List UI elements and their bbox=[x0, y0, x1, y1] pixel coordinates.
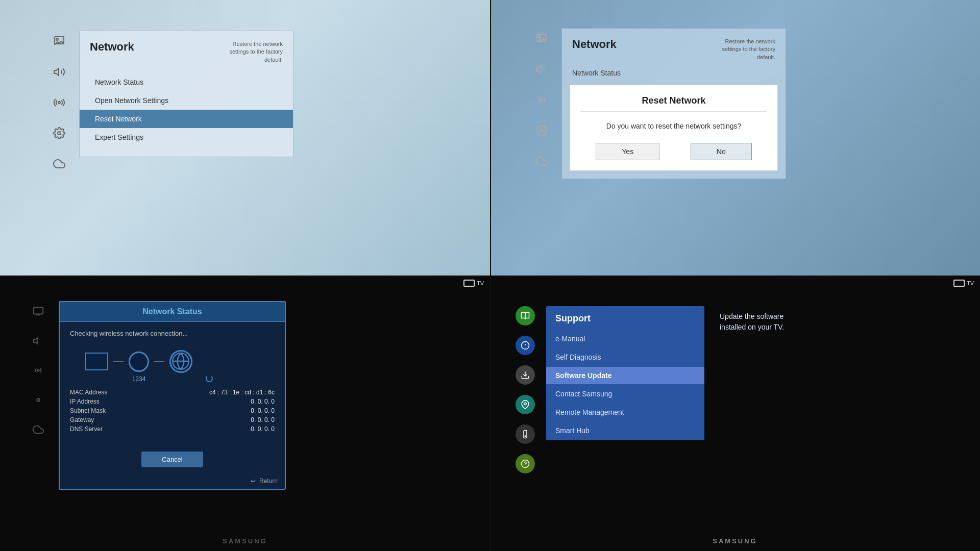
dns-value: 0. 0. 0. 0 bbox=[251, 425, 275, 433]
svg-point-9 bbox=[37, 369, 39, 371]
cancel-button[interactable]: Cancel bbox=[141, 452, 203, 467]
support-title: Support bbox=[546, 306, 704, 329]
support-item-remote[interactable]: Remote Management bbox=[546, 404, 704, 421]
support-item-selfdiag[interactable]: Self Diagnosis bbox=[546, 348, 704, 366]
svg-point-10 bbox=[37, 398, 40, 402]
support-item-emanual[interactable]: e-Manual bbox=[546, 330, 704, 347]
sidebar-br bbox=[516, 306, 535, 473]
dialog-title: Reset Network bbox=[580, 95, 767, 112]
dialog-buttons: Yes No bbox=[580, 143, 767, 160]
sidebar-icon-cloud[interactable] bbox=[51, 156, 67, 172]
br-icon-remote[interactable] bbox=[516, 424, 535, 444]
network-box bbox=[85, 353, 108, 370]
network-visual bbox=[85, 350, 192, 373]
br-icon-smarthub[interactable] bbox=[516, 454, 535, 473]
menu-item-expert-settings[interactable]: Expert Settings bbox=[80, 128, 293, 146]
br-icon-emanual[interactable] bbox=[516, 306, 535, 325]
sidebar-icon-settings-tr[interactable] bbox=[533, 122, 550, 139]
sidebar-icon-sound-tr[interactable] bbox=[533, 61, 550, 78]
samsung-logo-br: SAMSUNG bbox=[713, 537, 757, 545]
checking-text: Checking wireless network connection... bbox=[70, 330, 275, 337]
dns-label: DNS Server bbox=[70, 425, 126, 433]
tv-icon-br bbox=[953, 280, 965, 287]
tv-label-bl: TV bbox=[477, 280, 484, 286]
subnet-label: Subnet Mask bbox=[70, 407, 126, 414]
bl-icon-1 bbox=[31, 304, 46, 319]
sidebar-bl bbox=[31, 304, 46, 437]
mac-value: c4 : 73 : 1e : cd : d1 : 6c bbox=[209, 389, 275, 396]
dialog-no-button[interactable]: No bbox=[691, 143, 752, 160]
network-panel-tr: Network Restore the network settings to … bbox=[561, 28, 786, 179]
svg-point-1 bbox=[56, 38, 58, 40]
bl-icon-4 bbox=[31, 392, 46, 408]
dialog-message: Do you want to reset the network setting… bbox=[580, 122, 767, 130]
sidebar-tl bbox=[51, 33, 67, 172]
sidebar-icon-picture[interactable] bbox=[51, 33, 67, 49]
mac-label: MAC Address bbox=[70, 389, 126, 396]
ip-label: IP Address bbox=[70, 398, 126, 405]
network-circle bbox=[129, 352, 149, 372]
tv-icon-bl bbox=[463, 280, 475, 287]
network-info-table: MAC Address c4 : 73 : 1e : cd : d1 : 6c … bbox=[70, 388, 275, 434]
return-arrow: ↩ bbox=[251, 478, 256, 485]
network-desc-tr: Restore the network settings to the fact… bbox=[714, 38, 775, 61]
network-status-label-tr: Network Status bbox=[562, 66, 786, 80]
br-icon-contact[interactable] bbox=[516, 395, 535, 414]
tv-label-br: TV bbox=[967, 280, 974, 286]
menu-item-network-status[interactable]: Network Status bbox=[80, 73, 293, 91]
support-item-contact[interactable]: Contact Samsung bbox=[546, 385, 704, 403]
network-desc-tl: Restore the network settings to the fact… bbox=[222, 40, 283, 64]
tv-corner-br: TV bbox=[953, 280, 974, 287]
svg-point-14 bbox=[524, 403, 527, 405]
bl-icon-2 bbox=[31, 333, 46, 348]
sidebar-icon-sound[interactable] bbox=[51, 64, 67, 80]
tv-corner-bl: TV bbox=[463, 280, 484, 287]
sidebar-tr bbox=[533, 31, 550, 169]
quadrant-bottom-left: TV bbox=[0, 276, 490, 551]
gateway-value: 0. 0. 0. 0 bbox=[251, 416, 275, 423]
svg-rect-8 bbox=[34, 308, 43, 314]
menu-item-open-network[interactable]: Open Network Settings bbox=[80, 91, 293, 110]
sidebar-icon-broadcast-tr[interactable] bbox=[533, 92, 550, 108]
support-item-software-update[interactable]: Software Update bbox=[546, 367, 704, 384]
svg-point-3 bbox=[58, 132, 61, 135]
sidebar-icon-picture-tr[interactable] bbox=[533, 31, 550, 47]
quadrant-bottom-right: TV bbox=[490, 276, 980, 551]
svg-point-2 bbox=[58, 102, 60, 104]
network-menu-tl: Network Status Open Network Settings Res… bbox=[80, 69, 293, 157]
network-label: 1234 bbox=[85, 375, 192, 383]
svg-point-6 bbox=[541, 99, 543, 101]
svg-point-7 bbox=[540, 129, 543, 132]
sidebar-icon-broadcast[interactable] bbox=[51, 94, 67, 111]
samsung-logo-bl: SAMSUNG bbox=[223, 537, 267, 545]
loading-spinner bbox=[206, 375, 213, 382]
table-row-subnet: Subnet Mask 0. 0. 0. 0 bbox=[70, 406, 275, 415]
table-row-ip: IP Address 0. 0. 0. 0 bbox=[70, 397, 275, 406]
network-title-tl: Network bbox=[90, 40, 134, 54]
ip-value: 0. 0. 0. 0 bbox=[251, 398, 275, 405]
br-icon-diagnosis[interactable] bbox=[516, 336, 535, 355]
table-row-dns: DNS Server 0. 0. 0. 0 bbox=[70, 424, 275, 434]
support-item-smarthub[interactable]: Smart Hub bbox=[546, 422, 704, 439]
bl-icon-3 bbox=[31, 363, 46, 378]
network-title-tr: Network bbox=[572, 38, 617, 51]
dialog-yes-button[interactable]: Yes bbox=[596, 143, 659, 160]
sidebar-icon-cloud-tr[interactable] bbox=[533, 153, 550, 169]
br-icon-software[interactable] bbox=[516, 365, 535, 385]
network-status-title: Network Status bbox=[60, 302, 285, 322]
network-panel-tl: Network Restore the network settings to … bbox=[79, 31, 293, 157]
support-description: Update the software installed on your TV… bbox=[715, 306, 817, 338]
return-area: ↩ Return bbox=[60, 475, 285, 489]
support-panel: Support e-Manual Self Diagnosis Software… bbox=[546, 306, 704, 440]
svg-point-5 bbox=[538, 36, 541, 38]
network-status-panel: Network Status Checking wireless network… bbox=[59, 301, 286, 490]
network-line-2 bbox=[154, 361, 164, 362]
bl-icon-5 bbox=[31, 422, 46, 437]
network-line-1 bbox=[113, 361, 124, 362]
quadrant-top-right: Network Restore the network settings to … bbox=[490, 0, 980, 276]
quadrant-top-left: Network Restore the network settings to … bbox=[0, 0, 490, 276]
sidebar-icon-settings[interactable] bbox=[51, 125, 67, 141]
network-globe bbox=[169, 350, 192, 373]
reset-network-dialog: Reset Network Do you want to reset the n… bbox=[570, 85, 778, 171]
menu-item-reset-network[interactable]: Reset Network bbox=[80, 110, 293, 128]
